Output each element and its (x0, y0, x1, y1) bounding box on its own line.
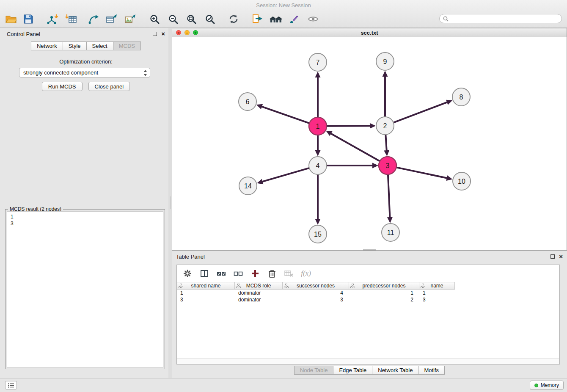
table-cell[interactable]: 3 (177, 296, 235, 303)
table-cell[interactable]: 1 (177, 290, 235, 296)
tab-edge-table[interactable]: Edge Table (333, 366, 372, 375)
show-columns-button[interactable] (199, 268, 210, 279)
tab-network[interactable]: Network (31, 41, 63, 50)
graph-edge-3-11[interactable] (387, 174, 393, 223)
add-column-button[interactable] (250, 268, 261, 279)
export-image-button[interactable] (123, 12, 138, 26)
control-panel: Control Panel × NetworkStyleSelectMCDS O… (3, 28, 168, 373)
graph-edge-3-10[interactable] (396, 167, 453, 181)
table-cell[interactable]: dominator (235, 290, 283, 296)
export-network-button[interactable] (86, 12, 101, 26)
graph-node-15[interactable]: 15 (309, 225, 327, 243)
graph-edge-4-15[interactable] (315, 174, 321, 225)
graph-node-11[interactable]: 11 (382, 224, 399, 241)
close-panel-icon[interactable]: × (161, 32, 165, 36)
graph-edge-2-3[interactable] (384, 135, 389, 156)
table-horizontal-scrollbar[interactable] (177, 358, 559, 364)
minimize-window-button[interactable]: − (184, 30, 190, 35)
graph-edge-1-2[interactable] (327, 123, 376, 129)
table-cell[interactable]: 1 (419, 290, 455, 296)
table-cell[interactable]: 4 (283, 290, 349, 296)
show-hide-button[interactable] (306, 12, 321, 26)
import-table-button[interactable] (63, 12, 79, 26)
tab-motifs[interactable]: Motifs (418, 366, 445, 375)
share-network-button[interactable] (250, 12, 265, 26)
close-table-panel-icon[interactable]: × (559, 254, 563, 259)
graph-edge-1-7[interactable] (315, 72, 321, 117)
graph-edge-3-1[interactable] (326, 131, 380, 161)
vertical-splitter[interactable] (168, 28, 172, 378)
graph-node-7[interactable]: 7 (309, 53, 327, 71)
close-window-button[interactable]: × (176, 30, 181, 35)
graph-edge-2-8[interactable] (394, 100, 453, 123)
deselect-all-columns-button[interactable] (233, 268, 244, 279)
zoom-out-button[interactable] (165, 12, 181, 26)
save-session-button[interactable] (21, 12, 36, 26)
graph-node-3[interactable]: 3 (379, 157, 396, 174)
search-input[interactable] (451, 16, 558, 22)
style-brush-icon (289, 14, 299, 24)
maximize-window-button[interactable]: + (193, 30, 198, 35)
float-panel-icon[interactable] (153, 32, 157, 36)
open-session-button[interactable] (3, 12, 19, 26)
table-row[interactable]: 3dominator323 (177, 296, 559, 303)
graph-node-6[interactable]: 6 (239, 93, 256, 110)
graph-edge-4-3[interactable] (327, 163, 378, 168)
graph-node-14[interactable]: 14 (239, 177, 257, 195)
graph-node-4[interactable]: 4 (309, 157, 327, 174)
tab-select[interactable]: Select (86, 41, 113, 50)
close-panel-button[interactable]: Close panel (88, 82, 130, 91)
graph-edge-4-14[interactable] (257, 168, 309, 184)
run-mcds-button[interactable]: Run MCDS (42, 82, 83, 91)
table-header-row: shared nameMCDS rolesuccessor nodesprede… (177, 282, 455, 290)
graph-edge-2-9[interactable] (383, 71, 388, 117)
table-cell[interactable]: 3 (419, 296, 455, 303)
table-cell[interactable]: dominator (235, 296, 283, 303)
graph-node-10[interactable]: 10 (453, 172, 471, 190)
search-box[interactable] (439, 14, 562, 23)
first-neighbors-button[interactable] (268, 12, 284, 26)
table-cell[interactable]: 1 (349, 290, 419, 296)
graph-node-8[interactable]: 8 (452, 88, 470, 106)
task-history-button[interactable] (5, 381, 17, 389)
mcds-result-list[interactable]: 13 (7, 211, 163, 367)
zoom-fit-icon (187, 14, 196, 24)
table-row[interactable]: 1dominator411 (177, 290, 559, 296)
table-settings-button[interactable] (182, 268, 193, 279)
column-header-name[interactable]: name (419, 282, 455, 290)
memory-button[interactable]: Memory (530, 381, 564, 390)
delete-column-button[interactable] (267, 268, 278, 279)
zoom-in-button[interactable] (147, 12, 162, 26)
import-network-button[interactable] (45, 12, 60, 26)
refresh-button[interactable] (226, 12, 241, 26)
tab-mcds[interactable]: MCDS (113, 41, 141, 50)
node-label: 6 (246, 98, 250, 105)
graph-node-2[interactable]: 2 (376, 117, 394, 135)
zoom-fit-button[interactable] (184, 12, 199, 26)
table-panel-title: Table Panel (176, 254, 205, 260)
column-header-predecessor-nodes[interactable]: predecessor nodes (349, 282, 419, 290)
network-graph-canvas[interactable]: 7968124314101511 (172, 37, 567, 250)
column-header-shared-name[interactable]: shared name (177, 282, 235, 290)
table-cell[interactable]: 3 (283, 296, 349, 303)
delete-table-button[interactable] (284, 268, 295, 279)
graph-node-1[interactable]: 1 (309, 117, 327, 135)
float-table-panel-icon[interactable] (550, 254, 555, 259)
select-all-columns-button[interactable] (216, 268, 227, 279)
function-builder-button[interactable]: f(x) (300, 268, 311, 279)
table-cell[interactable]: 2 (349, 296, 419, 303)
tab-node-table[interactable]: Node Table (294, 366, 334, 375)
graph-edge-1-4[interactable] (315, 135, 321, 156)
node-label: 9 (383, 58, 387, 65)
graph-node-9[interactable]: 9 (376, 52, 394, 70)
tab-network-table[interactable]: Network Table (372, 366, 418, 375)
column-header-successor-nodes[interactable]: successor nodes (283, 282, 349, 290)
graph-edge-1-6[interactable] (256, 104, 309, 123)
tab-style[interactable]: Style (63, 41, 87, 50)
export-table-button[interactable] (104, 12, 119, 26)
column-header-mcds-role[interactable]: MCDS role (235, 282, 283, 290)
apply-style-button[interactable] (286, 12, 302, 26)
criterion-dropdown[interactable]: strongly connected component (19, 68, 150, 77)
zoom-selected-button[interactable] (202, 12, 217, 26)
mcds-result-item: 3 (11, 220, 160, 227)
